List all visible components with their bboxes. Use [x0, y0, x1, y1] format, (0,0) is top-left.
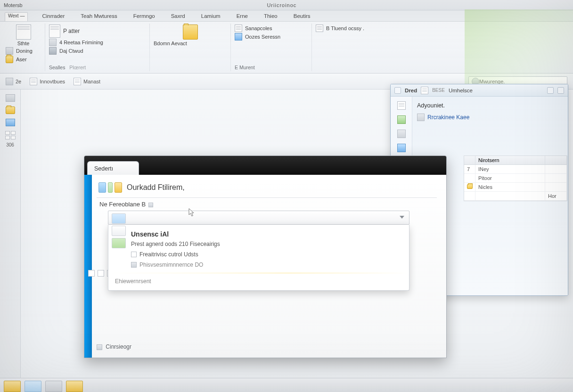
dropdown-separator — [108, 273, 409, 273]
front-subheading: Ne Fereoblane B — [99, 201, 437, 208]
bg-ribbon: Sthte Doning Aser P atter 4 Reetaa Frimi… — [0, 22, 573, 74]
taskbar-item[interactable] — [25, 381, 41, 392]
taskbar-item[interactable] — [4, 381, 21, 392]
ribbon-caption-murent: E Murent — [235, 65, 308, 70]
sidebar-grid-icon[interactable] — [5, 131, 16, 139]
document-icon — [30, 78, 37, 85]
document-icon — [421, 87, 428, 94]
dropdown-option-0[interactable]: Prest agnerd oods 210 Fiseceairigs — [108, 239, 409, 249]
bg-tab-2[interactable]: Fermngo — [131, 12, 157, 21]
ribbon-item-sanapcoles[interactable]: Sanapcoles — [235, 24, 308, 32]
bg-tab-5[interactable]: Erne — [235, 12, 250, 21]
grid-header-2[interactable] — [545, 156, 567, 164]
dropdown-section-label: Ehiewernrsent — [108, 276, 409, 286]
bg-ribbon-tabs: Wext — Cinrrader Teah Mwturess Fermngo S… — [0, 10, 573, 22]
ribbon-item-aser[interactable]: Aser — [6, 56, 41, 63]
grey-icon — [131, 262, 137, 268]
thumb-icon — [112, 238, 126, 248]
bg-tab-0[interactable]: Cinrrader — [40, 12, 66, 21]
toolbar-item-2e[interactable]: 2e — [6, 78, 21, 85]
ribbon-item-reetaa[interactable]: 4 Reetaa Frimining — [49, 39, 146, 46]
green-icon[interactable] — [397, 115, 406, 124]
bg-titlebar: Motersb Uriicroinoc — [0, 0, 573, 10]
blue-icon[interactable] — [6, 119, 15, 126]
grid-header-1[interactable]: Nirotsern — [475, 156, 545, 164]
win2-sys-icon[interactable] — [394, 87, 401, 94]
front-blue-sidebar — [84, 175, 92, 358]
blue-icon[interactable] — [397, 144, 406, 152]
toolbar-item-innovtbues[interactable]: Innovtbues — [30, 78, 65, 85]
front-active-tab[interactable]: Sedertı — [87, 161, 139, 175]
win2-link-1[interactable]: Rrcrakinee Kaee — [417, 114, 563, 121]
bg-tab-6[interactable]: Thieo — [262, 12, 279, 21]
cursor-icon — [188, 208, 195, 217]
taskbar — [0, 378, 573, 392]
checkbox-icon — [131, 252, 137, 257]
dropdown-field[interactable] — [108, 211, 409, 225]
ribbon-group-5: B Tluend ocssy . — [313, 24, 384, 71]
front-dropdown: Unsensc iAl Prest agnerd oods 210 Fisece… — [108, 211, 409, 291]
folder-icon[interactable] — [6, 106, 15, 114]
bg-tab-3[interactable]: Saxrd — [169, 12, 187, 21]
yellow-card-icon — [115, 182, 122, 193]
dropdown-panel-title: Unsensc iAl — [108, 228, 409, 239]
win2-title-a: Dred — [405, 88, 417, 93]
bg-tab-7[interactable]: Beutirs — [292, 12, 312, 21]
document-icon — [74, 78, 81, 85]
info-icon[interactable] — [148, 203, 153, 207]
bg-tab-1[interactable]: Teah Mwturess — [79, 12, 119, 21]
bg-title-center: Uriicroinoc — [41, 2, 522, 8]
sidebar-icon[interactable] — [6, 94, 15, 102]
document-icon — [49, 24, 60, 38]
ribbon-btn-folder[interactable] — [154, 24, 227, 40]
win2-pane-heading: Adyouniet. — [417, 102, 563, 109]
document-icon[interactable] — [397, 101, 406, 110]
front-footer-label[interactable]: Cinrsieogr — [97, 343, 131, 350]
ribbon-item-oozes[interactable]: Oozes Seressn — [235, 33, 308, 41]
document-icon — [235, 24, 242, 32]
dropdown-option-2[interactable]: Phisvsesmimnnernce DO — [108, 260, 409, 270]
ribbon-btn-patter[interactable]: P atter — [49, 24, 146, 38]
blue-card-icon — [98, 182, 106, 193]
grey-icon[interactable] — [397, 130, 406, 138]
grid-row: 7INey — [464, 165, 567, 174]
grid-header-0[interactable] — [464, 156, 475, 164]
win2-data-grid: Nirotsern 7INey Pitoor Nicles Hor — [464, 155, 567, 201]
front-tab-label: Sedertı — [94, 165, 113, 172]
thumb-icon — [112, 213, 126, 224]
bg-tab-4[interactable]: Lamium — [199, 12, 222, 21]
search-input[interactable] — [479, 79, 564, 84]
folder-icon — [467, 184, 473, 189]
bg-file-tab[interactable]: Wext — — [5, 12, 28, 21]
toolbar-item-manast[interactable]: Manast — [74, 78, 100, 85]
chevron-down-icon — [400, 216, 404, 219]
ribbon-group-3: Bdomn Aevact — [151, 24, 231, 71]
front-heading: Ourkadd Ftilirem, — [98, 182, 437, 193]
ribbon-group-2: P atter 4 Reetaa Frimining Daj Ctwud Sea… — [46, 24, 150, 71]
dropdown-option-1[interactable]: Freaitrivisc cutrol Udsts — [108, 249, 409, 260]
win2-title-c: Umhelsce — [449, 88, 473, 93]
bg-title-left: Motersb — [4, 2, 23, 8]
folder-icon — [6, 56, 13, 63]
win2-close-button[interactable] — [557, 87, 564, 94]
grid-row: Pitoor — [464, 174, 567, 183]
db-icon — [49, 47, 57, 55]
ribbon-item-bdomn[interactable]: Bdomn Aevact — [154, 41, 227, 46]
win2-titlebar[interactable]: Dred BESE Umhelsce — [391, 84, 568, 97]
mini-icon[interactable] — [88, 270, 95, 277]
taskbar-item[interactable] — [66, 381, 83, 392]
ribbon-item-tluend[interactable]: B Tluend ocssy . — [316, 24, 380, 32]
taskbar-item[interactable] — [45, 381, 62, 392]
grid-header-row: Nirotsern — [464, 156, 567, 165]
mini-icon[interactable] — [98, 270, 104, 277]
ribbon-item-daj[interactable]: Daj Ctwud — [49, 47, 146, 55]
folder-icon — [183, 24, 198, 40]
win2-min-button[interactable] — [547, 87, 554, 94]
win2-title-b: BESE — [432, 88, 445, 93]
document-icon — [16, 24, 31, 40]
ribbon-item-doning[interactable]: Doning — [6, 47, 41, 55]
grid-row: Nicles — [464, 183, 567, 192]
ribbon-group-4: Sanapcoles Oozes Seressn E Murent — [232, 24, 312, 71]
ribbon-btn-sthte[interactable]: Sthte — [6, 24, 41, 46]
front-tabstrip: Sedertı — [84, 156, 446, 175]
